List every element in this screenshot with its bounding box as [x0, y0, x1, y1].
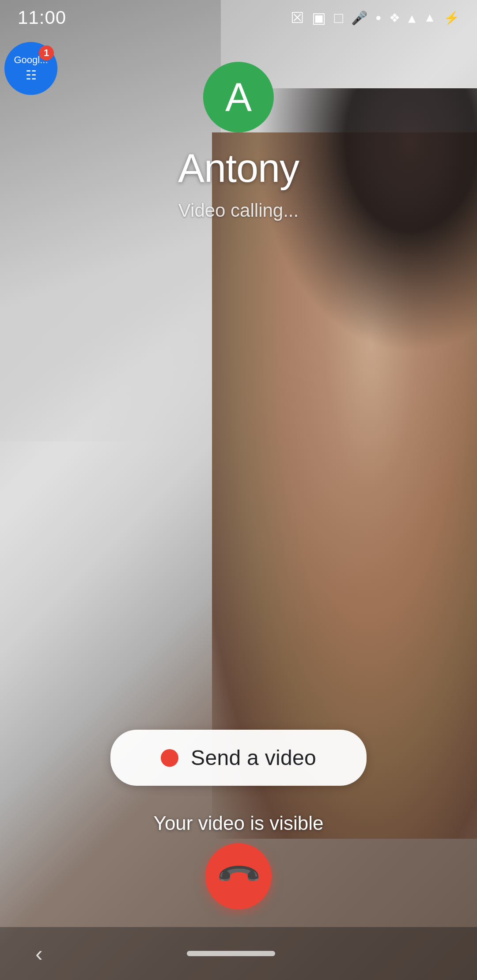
call-status: Video calling...	[178, 200, 299, 221]
video-visible-status: Your video is visible	[154, 812, 324, 834]
navigation-bar: ‹	[0, 927, 477, 980]
send-video-label: Send a video	[191, 746, 316, 770]
sms-icon: ☒	[291, 9, 304, 26]
back-button[interactable]: ‹	[35, 941, 43, 966]
contact-name: Antony	[178, 146, 299, 191]
notification-badge: 1	[39, 45, 54, 60]
record-dot-icon	[161, 749, 178, 767]
send-video-button[interactable]: Send a video	[110, 730, 367, 786]
battery-icon: ⚡	[444, 11, 459, 25]
notification-icon: ☷	[26, 68, 37, 83]
mic-icon: 🎤	[351, 10, 367, 26]
dot-icon: ●	[375, 12, 381, 23]
contact-section: A Antony Video calling...	[178, 62, 299, 221]
notification-bubble[interactable]: 1 Googl... ☷	[4, 42, 57, 95]
end-call-button[interactable]: 📞	[205, 843, 272, 909]
wifi-icon: ▴	[408, 9, 416, 26]
signal-icon: ▲	[424, 11, 436, 25]
status-time: 11:00	[18, 7, 66, 28]
vibrate-icon: ❖	[389, 11, 400, 25]
photo-status-icon: □	[334, 9, 343, 26]
video-status-icon: ▣	[312, 9, 326, 26]
end-call-icon: 📞	[214, 852, 263, 901]
status-icons: ☒ ▣ □ 🎤 ● ❖ ▴ ▲ ⚡	[291, 9, 459, 26]
status-bar: 11:00 ☒ ▣ □ 🎤 ● ❖ ▴ ▲ ⚡	[0, 0, 477, 35]
contact-avatar: A	[203, 62, 274, 132]
home-indicator[interactable]	[187, 951, 275, 956]
